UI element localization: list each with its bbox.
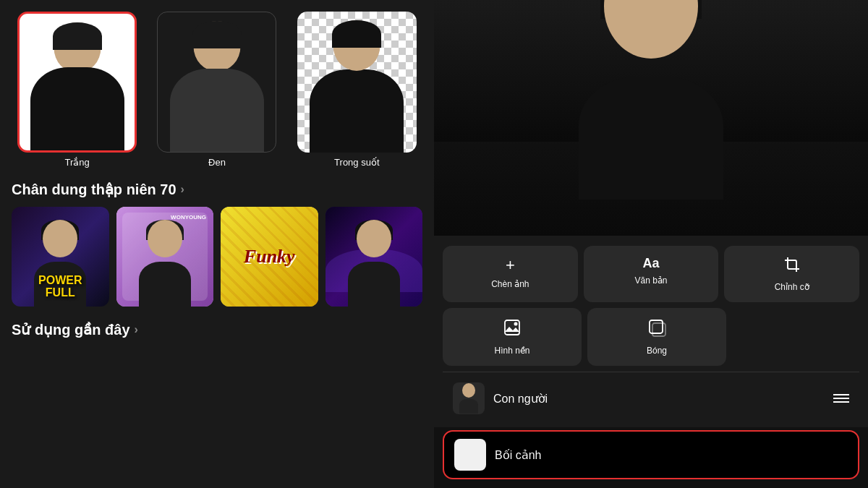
toolbar-row-2: Hình nền Bóng — [443, 308, 859, 366]
left-panel: Trắng Đen Trong suốt — [0, 0, 434, 488]
bong-icon — [647, 318, 666, 341]
funky-text: Funky — [244, 246, 295, 267]
van-ban-button[interactable]: Aa Văn bản — [584, 246, 719, 302]
chen-anh-button[interactable]: + Chèn ảnh — [443, 246, 578, 302]
toolbar-row-1: + Chèn ảnh Aa Văn bản Chỉnh cỡ — [443, 246, 859, 302]
con-nguoi-thumb — [453, 382, 485, 414]
chinh-co-button[interactable]: Chỉnh cỡ — [724, 246, 859, 302]
hamburger-menu-icon[interactable] — [833, 394, 849, 403]
mini-portrait-con-nguoi — [458, 383, 480, 414]
crop-icon — [783, 256, 801, 278]
aa-icon: Aa — [643, 256, 660, 271]
section-recent-chevron: › — [135, 323, 138, 336]
plus-icon: + — [506, 256, 515, 275]
bg-label-transparent: Trong suốt — [334, 157, 379, 168]
chinh-co-label: Chỉnh cỡ — [775, 282, 809, 292]
boi-canh-layer[interactable]: Bối cảnh — [443, 430, 859, 479]
con-nguoi-layer[interactable]: Con người — [443, 375, 859, 421]
hinh-nen-icon — [503, 318, 522, 341]
style-thumb-wave[interactable] — [326, 207, 423, 307]
right-panel: Chen anh + Chèn ảnh Aa Văn bản Chỉn — [434, 0, 868, 488]
divider — [443, 372, 859, 372]
preview-area: Chen anh — [434, 0, 868, 236]
bong-button[interactable]: Bóng — [587, 308, 726, 366]
bg-label-white: Trắng — [65, 157, 90, 168]
style-person-retro — [136, 220, 194, 307]
section-chandung-chevron: › — [181, 183, 184, 196]
con-nguoi-label: Con người — [493, 392, 825, 406]
section-recent-label: Sử dụng gần đây — [12, 321, 130, 338]
bg-options-row: Trắng Đen Trong suốt — [12, 12, 422, 168]
van-ban-label: Văn bản — [634, 275, 667, 286]
boi-canh-thumb — [454, 439, 486, 471]
bg-preview-white[interactable] — [17, 12, 137, 153]
toolbar: + Chèn ảnh Aa Văn bản Chỉnh cỡ — [434, 236, 868, 427]
preview-person — [571, 0, 731, 200]
svg-rect-3 — [650, 320, 663, 333]
hinh-nen-label: Hình nền — [494, 346, 529, 356]
style-grid: POWER FULL WONYOUNG Funky — [12, 207, 422, 307]
bg-label-black: Đen — [208, 157, 226, 168]
svg-point-2 — [514, 322, 518, 326]
svg-marker-1 — [505, 327, 519, 332]
section-chandung-title[interactable]: Chân dung thập niên 70 › — [12, 181, 422, 198]
style-thumb-funky[interactable]: Funky — [221, 207, 318, 307]
section-recent-title[interactable]: Sử dụng gần đây › — [12, 321, 422, 338]
style-thumb-retro[interactable]: WONYOUNG — [116, 207, 214, 307]
style-person-wave — [345, 220, 403, 307]
bg-option-white[interactable]: Trắng — [12, 12, 142, 168]
bg-preview-black[interactable] — [157, 12, 276, 153]
svg-rect-0 — [505, 320, 519, 335]
section-chandung-label: Chân dung thập niên 70 — [12, 181, 176, 198]
power-text: POWER FULL — [12, 274, 109, 299]
bg-option-black[interactable]: Đen — [151, 12, 282, 168]
bg-preview-transparent[interactable] — [297, 12, 417, 153]
chen-anh-label-btn: Chèn ảnh — [491, 279, 529, 289]
hinh-nen-button[interactable]: Hình nền — [443, 308, 582, 366]
bong-label: Bóng — [647, 346, 667, 356]
style-thumb-power[interactable]: POWER FULL — [12, 207, 109, 307]
svg-rect-4 — [652, 323, 665, 336]
boi-canh-label: Bối cảnh — [495, 448, 848, 462]
bg-option-transparent[interactable]: Trong suốt — [292, 12, 422, 168]
